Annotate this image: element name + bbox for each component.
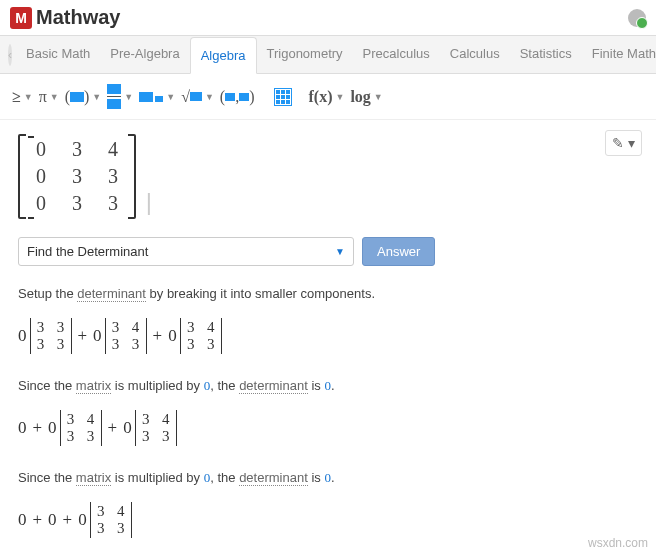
coefficient: 0 <box>93 326 102 346</box>
det-cell: 3 <box>206 336 216 353</box>
coefficient: 0 <box>78 510 87 530</box>
matrix-cell: 3 <box>70 192 84 215</box>
determinant: 3433 <box>90 502 132 539</box>
det-cell: 3 <box>116 520 126 537</box>
determinant: 3433 <box>60 410 102 447</box>
coefficient: 0 <box>18 510 27 530</box>
tab-finite-math[interactable]: Finite Math <box>582 36 656 73</box>
term-link[interactable]: determinant <box>239 378 308 394</box>
tab-pre-algebra[interactable]: Pre-Algebra <box>100 36 189 73</box>
tool-log[interactable]: log▼ <box>348 84 384 110</box>
tab-calculus[interactable]: Calculus <box>440 36 510 73</box>
det-cell: 3 <box>131 336 141 353</box>
det-cell: 3 <box>66 411 76 428</box>
determinant: 3433 <box>180 318 222 355</box>
matrix-row: 033 <box>28 190 126 217</box>
tool-exponent[interactable]: ▼ <box>137 88 177 106</box>
matrix-cell: 4 <box>106 138 120 161</box>
text: is <box>308 378 325 393</box>
det-cell: 3 <box>111 336 121 353</box>
app-header: M Mathway <box>0 0 656 36</box>
text: , the <box>210 378 239 393</box>
det-cell: 3 <box>96 503 106 520</box>
matrix-cell: 3 <box>106 192 120 215</box>
logo-icon: M <box>10 7 32 29</box>
operator: + <box>78 326 88 346</box>
det-cell: 3 <box>56 319 66 336</box>
det-cell: 3 <box>56 336 66 353</box>
tool-fraction[interactable]: ▼ <box>105 80 135 113</box>
watermark: wsxdn.com <box>588 536 648 550</box>
coefficient: 0 <box>168 326 177 346</box>
det-cell: 3 <box>141 428 151 445</box>
tool-geq[interactable]: ≥▼ <box>10 84 35 110</box>
tool-sqrt[interactable]: √▼ <box>179 84 216 110</box>
tabs-prev-icon[interactable]: ‹ <box>8 44 12 66</box>
operator: + <box>108 418 118 438</box>
solution-step: Since the matrix is multiplied by 0, the… <box>0 460 656 496</box>
solution-step: Setup the determinant by breaking it int… <box>0 276 656 312</box>
term-link[interactable]: matrix <box>76 470 111 486</box>
coefficient: 0 <box>18 418 27 438</box>
det-cell: 4 <box>206 319 216 336</box>
solution-step: Since the matrix is multiplied by 0, the… <box>0 368 656 404</box>
text: is multiplied by <box>111 378 203 393</box>
term-link[interactable]: determinant <box>239 470 308 486</box>
math-toolbar: ≥▼ π▼ ()▼ ▼ ▼ √▼ (,) f(x)▼ log▼ <box>0 74 656 120</box>
det-cell: 3 <box>36 336 46 353</box>
det-cell: 4 <box>116 503 126 520</box>
det-cell: 3 <box>186 319 196 336</box>
answer-button[interactable]: Answer <box>362 237 435 266</box>
user-avatar-icon[interactable] <box>628 9 646 27</box>
text: Setup the <box>18 286 77 301</box>
det-cell: 3 <box>141 411 151 428</box>
determinant: 3433 <box>135 410 177 447</box>
operator: + <box>33 418 43 438</box>
det-cell: 3 <box>111 319 121 336</box>
operator: + <box>33 510 43 530</box>
text: , the <box>210 470 239 485</box>
tool-fx[interactable]: f(x)▼ <box>306 84 346 110</box>
tab-basic-math[interactable]: Basic Math <box>16 36 100 73</box>
det-cell: 4 <box>86 411 96 428</box>
determinant: 3333 <box>30 318 72 355</box>
det-cell: 3 <box>66 428 76 445</box>
tab-statistics[interactable]: Statistics <box>510 36 582 73</box>
tool-paren[interactable]: ()▼ <box>63 84 104 110</box>
text: Since the <box>18 378 76 393</box>
brand-logo[interactable]: M Mathway <box>10 6 120 29</box>
det-cell: 3 <box>186 336 196 353</box>
term-link[interactable]: determinant <box>77 286 146 302</box>
tab-algebra[interactable]: Algebra <box>190 37 257 74</box>
subject-tabs: ‹ Basic MathPre-AlgebraAlgebraTrigonomet… <box>0 36 656 74</box>
tab-trigonometry[interactable]: Trigonometry <box>257 36 353 73</box>
math-expression: 0+03433+03433 <box>0 404 656 461</box>
det-cell: 3 <box>86 428 96 445</box>
matrix-cell: 0 <box>34 192 48 215</box>
operation-select[interactable]: Find the Determinant ▼ <box>18 237 354 266</box>
matrix-cell: 3 <box>70 165 84 188</box>
text: is <box>308 470 325 485</box>
determinant: 3433 <box>105 318 147 355</box>
tool-pi[interactable]: π▼ <box>37 84 61 110</box>
brand-name: Mathway <box>36 6 120 29</box>
math-expression: 0+0+03433 <box>0 496 656 553</box>
operation-select-label: Find the Determinant <box>27 244 148 259</box>
cursor: | <box>146 188 152 215</box>
input-matrix[interactable]: 034033033 <box>18 134 136 219</box>
edit-button[interactable]: ✎ ▾ <box>605 130 642 156</box>
tool-interval[interactable]: (,) <box>218 84 257 110</box>
tab-precalculus[interactable]: Precalculus <box>353 36 440 73</box>
det-cell: 3 <box>161 428 171 445</box>
operator: + <box>63 510 73 530</box>
matrix-cell: 3 <box>106 165 120 188</box>
coefficient: 0 <box>48 510 57 530</box>
action-row: Find the Determinant ▼ Answer <box>0 233 656 276</box>
tool-matrix-icon[interactable] <box>272 84 294 110</box>
operator: + <box>153 326 163 346</box>
coefficient: 0 <box>18 326 27 346</box>
matrix-cell: 0 <box>34 165 48 188</box>
coefficient: 0 <box>48 418 57 438</box>
term-link[interactable]: matrix <box>76 378 111 394</box>
coefficient: 0 <box>123 418 132 438</box>
